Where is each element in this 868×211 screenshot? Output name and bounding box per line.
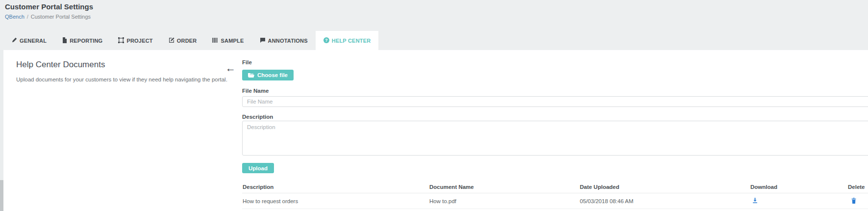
choose-file-label: Choose file: [257, 72, 288, 78]
help-center-content: Help Center Documents Upload documents f…: [3, 50, 868, 211]
table-row: How to request orders How to.pdf 05/03/2…: [242, 193, 868, 209]
folder-icon: [248, 73, 254, 78]
table-header-row: Description Document Name Date Uploaded …: [242, 181, 868, 193]
tab-project[interactable]: PROJECT: [110, 31, 160, 50]
tab-help-center[interactable]: ? HELP CENTER: [316, 31, 379, 50]
breadcrumb-home-link[interactable]: QBench: [5, 14, 25, 20]
section-description: Upload documents for your customers to v…: [16, 77, 227, 82]
tab-label: ANNOTATIONS: [268, 38, 308, 44]
customer-portal-settings-page: Customer Portal Settings QBench/Customer…: [0, 0, 868, 211]
breadcrumb-current: Customer Portal Settings: [31, 14, 91, 20]
cell-delete: [847, 198, 868, 205]
tab-annotations[interactable]: ANNOTATIONS: [252, 31, 316, 50]
upload-button[interactable]: Upload: [242, 163, 274, 173]
annotation-bubble-icon: [260, 37, 266, 44]
tab-label: REPORTING: [70, 38, 102, 44]
page-title: Customer Portal Settings: [5, 2, 93, 11]
tab-label: ORDER: [177, 38, 197, 44]
breadcrumb: QBench/Customer Portal Settings: [5, 14, 91, 20]
col-header-date-uploaded: Date Uploaded: [579, 184, 750, 190]
col-header-download: Download: [750, 184, 847, 190]
col-header-delete: Delete: [847, 184, 868, 190]
project-select-icon: [118, 37, 124, 44]
description-label: Description: [242, 114, 273, 120]
order-edit-icon: [169, 37, 174, 44]
trash-icon[interactable]: [848, 198, 856, 204]
scrollbar-track[interactable]: [0, 50, 3, 211]
choose-file-button[interactable]: Choose file: [242, 70, 294, 80]
pencil-icon: [12, 37, 17, 44]
col-header-description: Description: [242, 184, 429, 190]
download-icon[interactable]: [750, 198, 758, 204]
tab-label: GENERAL: [20, 38, 47, 44]
tab-general[interactable]: GENERAL: [4, 31, 54, 50]
barcode-icon: [212, 37, 218, 44]
tab-label: SAMPLE: [221, 38, 244, 44]
cell-date-uploaded: 05/03/2018 08:46 AM: [579, 198, 750, 204]
tab-sample[interactable]: SAMPLE: [204, 31, 251, 50]
page-header: Customer Portal Settings QBench/Customer…: [0, 0, 868, 50]
file-name-label: File Name: [242, 88, 269, 94]
cell-download: [750, 198, 847, 205]
upload-document-form: File Choose file File Name Description U…: [242, 50, 868, 211]
help-circle-icon: ?: [323, 37, 329, 44]
svg-text:?: ?: [325, 37, 327, 42]
upload-label: Upload: [248, 165, 268, 171]
section-heading: Help Center Documents: [16, 60, 105, 70]
cell-document-name: How to.pdf: [429, 198, 579, 204]
tab-reporting[interactable]: REPORTING: [54, 31, 110, 50]
tab-label: PROJECT: [126, 38, 152, 44]
cell-description: How to request orders: [242, 198, 429, 204]
tab-label: HELP CENTER: [332, 38, 371, 44]
breadcrumb-separator: /: [27, 14, 28, 20]
tab-order[interactable]: ORDER: [161, 31, 205, 50]
file-label: File: [242, 59, 252, 65]
back-arrow-icon[interactable]: ←: [225, 63, 236, 73]
settings-tabbar: GENERAL REPORTING PROJECT: [4, 31, 378, 50]
description-textarea[interactable]: [242, 121, 868, 156]
file-name-input[interactable]: [242, 96, 868, 107]
col-header-document-name: Document Name: [429, 184, 579, 190]
scrollbar-thumb[interactable]: [0, 180, 3, 211]
report-file-icon: [62, 37, 67, 44]
documents-table: Description Document Name Date Uploaded …: [242, 181, 868, 209]
